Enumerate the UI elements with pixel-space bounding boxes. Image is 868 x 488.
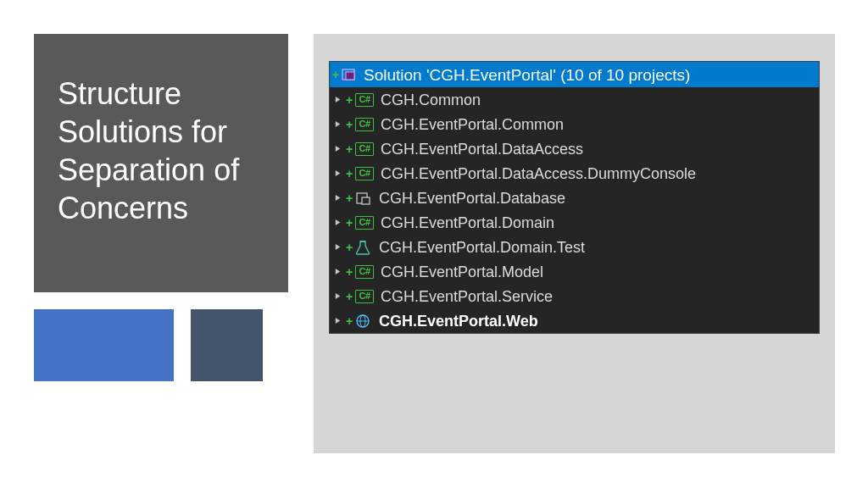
csharp-project-icon: C# [355,142,374,156]
title-block: Structure Solutions for Separation of Co… [34,34,288,292]
svg-rect-3 [362,197,370,204]
project-label: CGH.EventPortal.Domain.Test [379,240,585,255]
plus-icon: + [331,69,340,80]
plus-icon: + [345,291,353,302]
left-column: Structure Solutions for Separation of Co… [34,34,288,381]
teal-rect [191,309,263,381]
test-project-icon [355,240,372,255]
plus-icon: + [345,217,353,229]
csharp-project-icon: C# [355,118,374,131]
database-project-icon [355,191,372,206]
expand-icon[interactable] [331,217,343,229]
slide: Structure Solutions for Separation of Co… [0,0,868,488]
project-row[interactable]: +CGH.EventPortal.Web [330,308,819,333]
csharp-project-icon: C# [355,265,374,279]
project-label: CGH.EventPortal.Domain [381,215,554,230]
expand-icon[interactable] [331,119,343,130]
decoration-row [34,309,288,381]
project-row[interactable]: +C#CGH.EventPortal.DataAccess.DummyConso… [330,161,819,186]
project-row[interactable]: +CGH.EventPortal.Database [330,186,819,210]
project-row[interactable]: +C#CGH.EventPortal.Model [330,259,819,284]
svg-rect-1 [346,72,354,80]
plus-icon: + [345,94,353,106]
project-label: CGH.EventPortal.Service [381,289,553,304]
plus-icon: + [345,143,353,155]
project-row[interactable]: +C#CGH.EventPortal.Domain [330,210,819,235]
project-label: CGH.EventPortal.Web [379,313,538,329]
plus-icon: + [345,168,353,180]
project-row[interactable]: +C#CGH.Common [330,87,819,112]
plus-icon: + [345,315,353,327]
expand-icon[interactable] [331,192,343,204]
project-label: CGH.EventPortal.DataAccess [381,141,583,157]
project-row[interactable]: +CGH.EventPortal.Domain.Test [330,235,819,259]
plus-icon: + [345,192,353,204]
expand-icon[interactable] [331,168,343,180]
csharp-project-icon: C# [355,167,374,180]
right-panel: + Solution 'CGH.EventPortal' (10 of 10 p… [314,34,835,453]
project-row[interactable]: +C#CGH.EventPortal.Service [330,284,819,308]
project-label: CGH.Common [381,92,481,108]
projects-list: +C#CGH.Common+C#CGH.EventPortal.Common+C… [330,87,819,333]
project-row[interactable]: +C#CGH.EventPortal.DataAccess [330,136,819,161]
expand-icon[interactable] [331,241,343,253]
project-label: CGH.EventPortal.Model [381,264,543,280]
project-row[interactable]: +C#CGH.EventPortal.Common [330,112,819,136]
expand-icon[interactable] [331,143,343,155]
plus-icon: + [345,119,353,130]
solution-row[interactable]: + Solution 'CGH.EventPortal' (10 of 10 p… [330,62,819,87]
project-label: CGH.EventPortal.Database [379,191,565,206]
project-label: CGH.EventPortal.DataAccess.DummyConsole [381,166,696,181]
solution-label: Solution 'CGH.EventPortal' (10 of 10 pro… [364,67,690,83]
csharp-project-icon: C# [355,216,374,230]
csharp-project-icon: C# [355,93,374,107]
plus-icon: + [345,241,353,253]
slide-title: Structure Solutions for Separation of Co… [58,75,264,227]
expand-icon[interactable] [331,266,343,278]
expand-icon[interactable] [331,94,343,106]
csharp-project-icon: C# [355,290,374,303]
expand-icon[interactable] [331,315,343,327]
web-project-icon [355,313,372,329]
solution-explorer: + Solution 'CGH.EventPortal' (10 of 10 p… [329,61,820,334]
solution-icon [342,67,359,82]
expand-icon[interactable] [331,291,343,302]
project-label: CGH.EventPortal.Common [381,117,564,132]
plus-icon: + [345,266,353,278]
blue-rect [34,309,174,381]
